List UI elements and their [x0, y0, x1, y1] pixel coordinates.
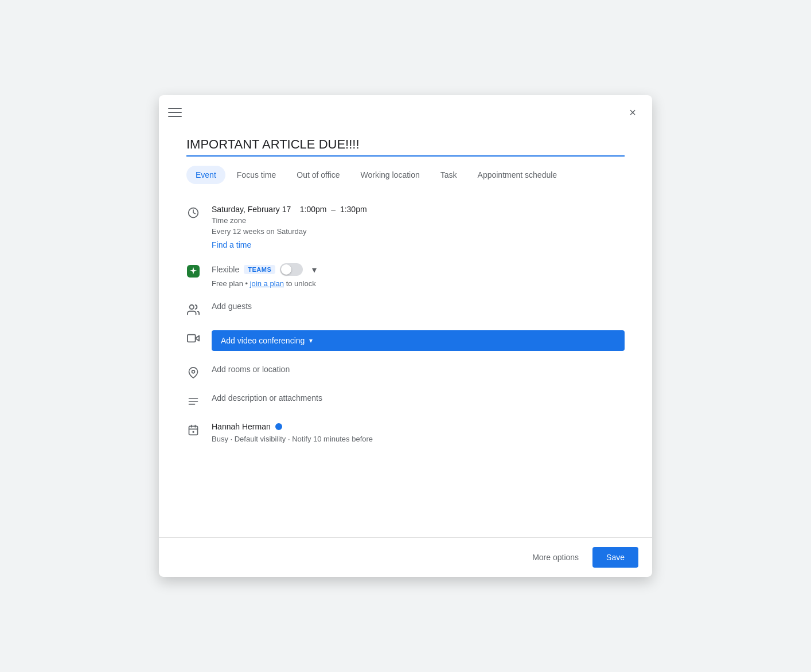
event-title-input[interactable] — [186, 137, 625, 157]
description-row: Add description or attachments — [186, 386, 625, 415]
guests-content[interactable]: Add guests — [212, 302, 625, 311]
svg-marker-3 — [196, 335, 199, 341]
guests-row: Add guests — [186, 295, 625, 323]
calendar-icon — [186, 423, 200, 437]
tabs-section: Event Focus time Out of office Working l… — [159, 157, 652, 184]
svg-point-2 — [190, 305, 194, 309]
svg-rect-9 — [189, 426, 198, 435]
tab-event[interactable]: Event — [186, 166, 225, 184]
find-time-link[interactable]: Find a time — [212, 240, 625, 249]
video-icon — [186, 331, 200, 345]
more-options-button[interactable]: More options — [523, 547, 588, 568]
close-button[interactable]: × — [622, 102, 643, 123]
notes-icon — [186, 394, 200, 408]
flexible-main-row: Flexible TEAMS ▾ — [212, 263, 625, 276]
video-row: Add video conferencing ▾ — [186, 323, 625, 358]
dropdown-arrow-icon: ▾ — [309, 337, 313, 345]
menu-icon[interactable] — [168, 106, 182, 119]
datetime-content: Saturday, February 17 1:00pm – 1:30pm Ti… — [212, 205, 625, 249]
description-placeholder[interactable]: Add description or attachments — [212, 393, 625, 403]
location-icon — [186, 366, 200, 380]
join-plan-link[interactable]: join a plan — [250, 279, 284, 288]
svg-rect-4 — [188, 335, 196, 342]
event-time-dash: – — [329, 205, 340, 214]
tab-focus-time[interactable]: Focus time — [228, 166, 285, 184]
event-date: Saturday, February 17 — [212, 205, 291, 214]
clock-icon — [186, 206, 200, 220]
flexible-row: Flexible TEAMS ▾ Free plan • join a plan… — [186, 256, 625, 295]
tab-working-location[interactable]: Working location — [352, 166, 429, 184]
calendar-details: Busy · Default visibility · Notify 10 mi… — [212, 435, 625, 443]
free-plan-text: Free plan • join a plan to unlock — [212, 279, 625, 288]
flexible-label: Flexible — [212, 265, 239, 274]
save-button[interactable]: Save — [592, 547, 638, 568]
add-video-conferencing-button[interactable]: Add video conferencing ▾ — [212, 330, 625, 351]
ai-star-icon — [186, 264, 200, 278]
calendar-color-dot — [275, 423, 282, 430]
event-date-time[interactable]: Saturday, February 17 1:00pm – 1:30pm — [212, 205, 625, 214]
calendar-row: Hannah Herman Busy · Default visibility … — [186, 415, 625, 450]
video-button-label: Add video conferencing — [221, 336, 305, 345]
description-content[interactable]: Add description or attachments — [212, 393, 625, 403]
tab-appointment-schedule[interactable]: Appointment schedule — [469, 166, 567, 184]
event-content: Saturday, February 17 1:00pm – 1:30pm Ti… — [159, 184, 652, 537]
timezone-label[interactable]: Time zone — [212, 216, 625, 225]
guests-icon — [186, 303, 200, 317]
video-content: Add video conferencing ▾ — [212, 330, 625, 351]
location-placeholder[interactable]: Add rooms or location — [212, 365, 625, 374]
flexible-toggle[interactable] — [280, 263, 303, 276]
event-dialog: × Event Focus time Out of office Working… — [159, 95, 652, 577]
tab-task[interactable]: Task — [431, 166, 466, 184]
dialog-header: × — [159, 95, 652, 128]
tab-out-of-office[interactable]: Out of office — [287, 166, 349, 184]
calendar-content: Hannah Herman Busy · Default visibility … — [212, 422, 625, 443]
title-section — [159, 128, 652, 157]
event-time-end: 1:30pm — [340, 205, 367, 214]
dialog-footer: More options Save — [159, 537, 652, 577]
recurrence-label[interactable]: Every 12 weeks on Saturday — [212, 227, 625, 236]
svg-point-5 — [192, 370, 195, 373]
event-time-start: 1:00pm — [300, 205, 327, 214]
chevron-down-icon[interactable]: ▾ — [312, 264, 317, 275]
calendar-owner[interactable]: Hannah Herman — [212, 422, 625, 431]
svg-point-13 — [193, 432, 194, 433]
flexible-content: Flexible TEAMS ▾ Free plan • join a plan… — [212, 263, 625, 288]
location-content[interactable]: Add rooms or location — [212, 365, 625, 374]
owner-name: Hannah Herman — [212, 422, 271, 431]
location-row: Add rooms or location — [186, 358, 625, 386]
teams-badge: TEAMS — [244, 265, 275, 274]
add-guests-label[interactable]: Add guests — [212, 302, 625, 311]
datetime-row: Saturday, February 17 1:00pm – 1:30pm Ti… — [186, 198, 625, 256]
toggle-knob — [281, 264, 291, 275]
